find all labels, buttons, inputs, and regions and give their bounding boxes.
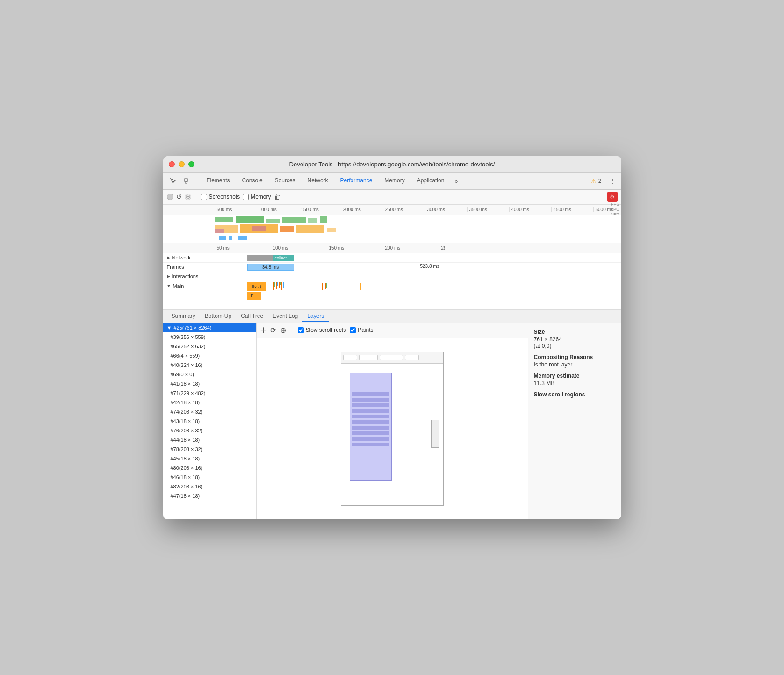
main-tabs: Elements Console Sources Network Perform… (201, 174, 585, 187)
tab-network[interactable]: Network (302, 174, 334, 187)
tab-call-tree[interactable]: Call Tree (236, 311, 268, 322)
pan2-button[interactable]: ⊕ (280, 326, 286, 335)
frames-content: 34.8 ms 523.8 ms (215, 263, 621, 272)
svg-rect-15 (215, 229, 224, 233)
screenshots-checkbox[interactable] (201, 194, 207, 200)
screenshots-checkbox-label[interactable]: Screenshots (201, 194, 240, 200)
warning-count[interactable]: ⚠ 2 (587, 178, 605, 185)
mini-bar-b3 (325, 283, 326, 289)
size-label: Size (534, 329, 616, 335)
main-expand-icon[interactable]: ▼ (167, 284, 171, 288)
layer-item-46[interactable]: #46(18 × 18) (163, 473, 256, 482)
rotate-button[interactable]: ⟳ (270, 326, 276, 335)
single-bar (360, 283, 361, 290)
layer-item-65[interactable]: #65(252 × 632) (163, 342, 256, 351)
tab-bottom-up[interactable]: Bottom-Up (200, 311, 236, 322)
layer-item-41[interactable]: #41(18 × 18) (163, 379, 256, 388)
mini-bar-b1 (322, 283, 323, 290)
paints-checkbox[interactable] (350, 327, 356, 333)
maximize-button[interactable] (188, 161, 194, 167)
network-label-text: Network (172, 255, 191, 260)
layer-item-76[interactable]: #76(208 × 32) (163, 426, 256, 435)
memory-estimate-label: Memory estimate (534, 373, 616, 379)
layer-item-44[interactable]: #44(18 × 18) (163, 435, 256, 445)
layer-item-40[interactable]: #40(224 × 16) (163, 360, 256, 370)
layer-item-71[interactable]: #71(229 × 482) (163, 388, 256, 398)
mini-bars (273, 282, 284, 290)
tab-console[interactable]: Console (237, 174, 268, 187)
tick-2500: 2500 ms (383, 207, 425, 212)
more-tabs-button[interactable]: » (451, 175, 461, 187)
close-button[interactable] (169, 161, 175, 167)
canvas-list-row-6 (352, 420, 389, 424)
time-cursor (306, 215, 306, 243)
slow-scroll-label[interactable]: Slow scroll rects (298, 327, 346, 333)
timeline-overview[interactable] (163, 215, 621, 243)
tab-performance[interactable]: Performance (335, 174, 378, 187)
tab-sources[interactable]: Sources (269, 174, 301, 187)
stop-button[interactable] (185, 194, 191, 200)
svg-rect-12 (280, 226, 294, 232)
svg-rect-7 (282, 217, 306, 223)
layer-item-66[interactable]: #66(4 × 559) (163, 351, 256, 360)
collect-bar: collect … (273, 255, 294, 261)
main-label-text: Main (173, 283, 184, 289)
network-label[interactable]: ▶ Network (163, 255, 215, 260)
layers-canvas-area[interactable] (257, 338, 528, 519)
tick-1500: 1500 ms (299, 207, 341, 212)
mini-bar-4 (277, 282, 278, 286)
canvas-container (341, 352, 444, 506)
layer-item-74[interactable]: #74(208 × 32) (163, 407, 256, 416)
tab-application[interactable]: Application (411, 174, 450, 187)
traffic-lights (169, 161, 194, 167)
interactions-expand-icon[interactable]: ▶ (167, 274, 170, 279)
tab-summary[interactable]: Summary (167, 311, 200, 322)
canvas-list-row-4 (352, 409, 389, 413)
pan-button[interactable]: ✛ (260, 326, 266, 335)
slow-scroll-checkbox[interactable] (298, 327, 304, 333)
canvas-chrome-input3 (380, 355, 403, 360)
mini-bar-7 (281, 282, 282, 290)
tick-2000: 2000 ms (341, 207, 383, 212)
svg-rect-18 (229, 236, 232, 240)
canvas-list-row-5 (352, 415, 389, 418)
menu-button[interactable]: ⋮ (607, 174, 618, 187)
size-value: 761 × 8264 (at 0,0) (534, 336, 616, 349)
tab-memory[interactable]: Memory (379, 174, 410, 187)
layer-item-39[interactable]: #39(256 × 559) (163, 332, 256, 342)
paints-label[interactable]: Paints (350, 327, 373, 333)
tick-4500: 4500 ms (551, 207, 593, 212)
mini-bar-6 (280, 282, 281, 285)
interactions-label[interactable]: ▶ Interactions (163, 273, 215, 279)
settings-button[interactable]: ⚙ (607, 192, 618, 202)
clear-button[interactable]: 🗑 (274, 193, 281, 201)
lower-ruler-ticks: 50 ms 100 ms 150 ms 200 ms 2! (215, 245, 621, 251)
cpu-label: CPU (610, 207, 619, 212)
toolbar-separator-1 (197, 176, 197, 186)
layer-item-82[interactable]: #82(208 × 16) (163, 482, 256, 491)
layer-item-47[interactable]: #47(18 × 18) (163, 491, 256, 501)
layer-item-80[interactable]: #80(208 × 16) (163, 463, 256, 473)
layer-item-45[interactable]: #45(18 × 18) (163, 454, 256, 463)
network-content: collect … (215, 253, 621, 262)
network-expand-icon[interactable]: ▶ (167, 255, 170, 260)
svg-rect-0 (184, 179, 188, 181)
tab-elements[interactable]: Elements (201, 174, 236, 187)
device-toggle-button[interactable] (181, 175, 193, 187)
main-label[interactable]: ▼ Main (163, 281, 215, 289)
memory-checkbox-label[interactable]: Memory (243, 194, 271, 200)
reload-record-button[interactable]: ↺ (176, 193, 182, 201)
minimize-button[interactable] (179, 161, 185, 167)
tab-event-log[interactable]: Event Log (268, 311, 302, 322)
layer-item-root[interactable]: ▼ #25(761 × 8264) (163, 323, 256, 332)
layers-panel: ▼ #25(761 × 8264) #39(256 × 559) #65(252… (163, 323, 621, 519)
inspect-mode-button[interactable] (167, 175, 179, 187)
layer-item-42[interactable]: #42(18 × 18) (163, 398, 256, 407)
memory-checkbox[interactable] (243, 194, 249, 200)
net-bar (215, 234, 598, 243)
tab-layers[interactable]: Layers (302, 311, 329, 322)
layer-item-78[interactable]: #78(208 × 32) (163, 445, 256, 454)
record-button[interactable] (167, 194, 173, 200)
layer-item-69[interactable]: #69(0 × 0) (163, 370, 256, 379)
layer-item-43[interactable]: #43(18 × 18) (163, 416, 256, 426)
